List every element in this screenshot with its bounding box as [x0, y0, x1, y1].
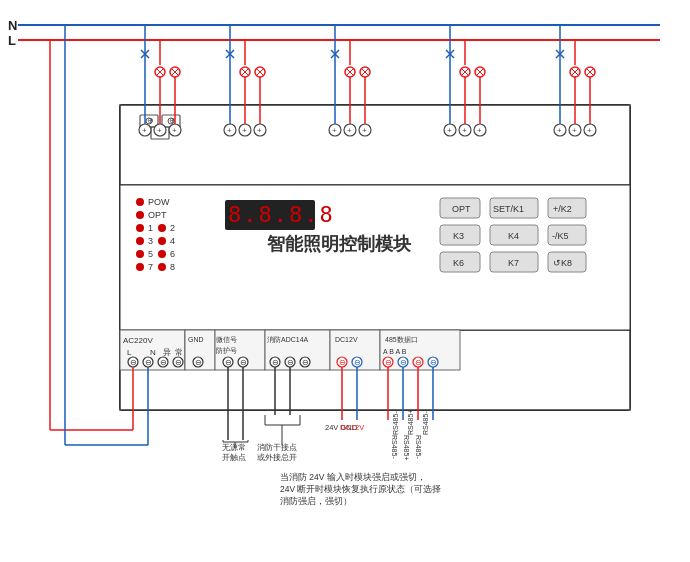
K8-btn-label: ↺K8 [553, 258, 572, 268]
minusK5-btn-label: -/K5 [552, 231, 569, 241]
OPT-btn-label: OPT [452, 204, 471, 214]
svg-text:⊖: ⊖ [339, 358, 346, 367]
pow-led [136, 198, 144, 206]
svg-text:8: 8 [170, 262, 175, 272]
svg-text:防护号: 防护号 [216, 347, 237, 354]
dc12v-bottom-label: DC12V [340, 423, 364, 432]
K3-btn-label: K3 [453, 231, 464, 241]
svg-text:+: + [227, 126, 232, 135]
svg-text:⊖: ⊖ [130, 358, 137, 367]
K7-btn-label: K7 [508, 258, 519, 268]
svg-text:异: 异 [163, 348, 171, 357]
svg-text:+: + [332, 126, 337, 135]
svg-text:⊖: ⊖ [430, 358, 437, 367]
svg-point-109 [158, 224, 166, 232]
module-name: 智能照明控制模块 [266, 234, 412, 254]
N-label: N [8, 18, 17, 33]
svg-text:+: + [462, 126, 467, 135]
svg-text:N: N [150, 348, 156, 357]
svg-text:⊖: ⊖ [195, 358, 202, 367]
note-line3: 消防强启，强切） [280, 496, 352, 506]
svg-text:7: 7 [148, 262, 153, 272]
svg-text:3: 3 [148, 236, 153, 246]
svg-text:A    B    A    B: A B A B [383, 348, 407, 355]
svg-text:485数据口: 485数据口 [385, 336, 418, 343]
rs485-label3: RS485- [422, 411, 429, 435]
SETK1-btn-label: SET/K1 [493, 204, 524, 214]
svg-text:⊕: ⊕ [147, 116, 154, 125]
svg-point-121 [158, 263, 166, 271]
K6-btn-label: K6 [453, 258, 464, 268]
svg-text:微信号: 微信号 [216, 336, 237, 344]
svg-text:+: + [172, 126, 177, 135]
xiaofang-label1: 消防干接点 [257, 443, 297, 452]
svg-point-113 [158, 237, 166, 245]
pow-label: POW [148, 197, 170, 207]
note-line2: 24V 断开时模块恢复执行原状态（可选择 [280, 484, 442, 494]
K4-btn-label: K4 [508, 231, 519, 241]
svg-text:消防ADC14A: 消防ADC14A [267, 336, 309, 343]
svg-text:⊖: ⊖ [385, 358, 392, 367]
ac220-label: AC220V [123, 336, 153, 345]
rs485a-v: RS485- [391, 435, 398, 459]
rs485c-v: RS485- [415, 435, 422, 459]
wiring-diagram: N L ⊕ ⊕ ⊕ + + + + [0, 0, 690, 562]
svg-text:+: + [347, 126, 352, 135]
L-label: L [8, 33, 16, 48]
svg-text:+: + [242, 126, 247, 135]
svg-text:+: + [477, 126, 482, 135]
rs485-label1: RS485- [392, 411, 399, 435]
svg-point-111 [136, 237, 144, 245]
svg-text:⊖: ⊖ [272, 358, 279, 367]
svg-text:⊖: ⊖ [415, 358, 422, 367]
svg-text:⊖: ⊖ [302, 358, 309, 367]
rs485b-v: RS485+ [403, 435, 410, 461]
svg-text:+: + [572, 126, 577, 135]
display-text: 8.8.8.8 [228, 202, 335, 227]
svg-text:1: 1 [148, 223, 153, 233]
svg-text:⊖: ⊖ [287, 358, 294, 367]
svg-text:+: + [257, 126, 262, 135]
svg-text:2: 2 [170, 223, 175, 233]
svg-text:⊖: ⊖ [225, 358, 232, 367]
svg-text:⊖: ⊖ [400, 358, 407, 367]
svg-text:⊖: ⊖ [240, 358, 247, 367]
svg-text:6: 6 [170, 249, 175, 259]
svg-point-115 [136, 250, 144, 258]
svg-text:+: + [362, 126, 367, 135]
opt-label: OPT [148, 210, 167, 220]
svg-text:5: 5 [148, 249, 153, 259]
svg-text:GND: GND [188, 336, 204, 343]
svg-text:L: L [127, 348, 132, 357]
svg-text:⊖: ⊖ [354, 358, 361, 367]
svg-point-119 [136, 263, 144, 271]
wuyuan-label1: 无源常 [222, 443, 246, 452]
xiaofang-label2: 或外接总开 [257, 453, 297, 462]
wuyuan-label2: 开触点 [222, 453, 246, 462]
opt-led [136, 211, 144, 219]
svg-point-107 [136, 224, 144, 232]
svg-text:+: + [587, 126, 592, 135]
svg-text:⊖: ⊖ [160, 358, 167, 367]
svg-point-117 [158, 250, 166, 258]
svg-text:⊖: ⊖ [145, 358, 152, 367]
svg-text:4: 4 [170, 236, 175, 246]
note-line1: 当消防 24V 输入时模块强启或强切， [280, 472, 426, 482]
svg-text:+: + [142, 126, 147, 135]
svg-text:+: + [557, 126, 562, 135]
svg-text:DC12V: DC12V [335, 336, 358, 343]
svg-text:⊖: ⊖ [175, 358, 182, 367]
svg-text:常: 常 [175, 348, 183, 357]
relay-section [120, 105, 630, 185]
rs485-label2: RS485+ [407, 410, 414, 436]
plusK2-btn-label: +/K2 [553, 204, 572, 214]
svg-text:+: + [447, 126, 452, 135]
svg-text:+: + [157, 126, 162, 135]
